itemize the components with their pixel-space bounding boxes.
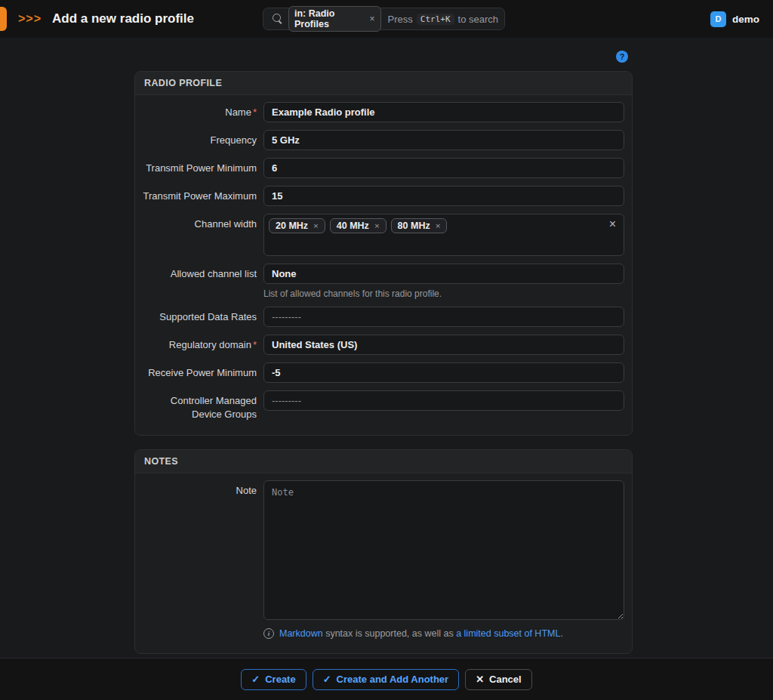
search-shortcut-hint: Press Ctrl+K to search [388,14,498,25]
clear-all-icon[interactable]: × [609,218,616,230]
search-filter-tag[interactable]: in: Radio Profiles × [288,6,381,32]
channel-width-multiselect[interactable]: 20 MHz × 40 MHz × 80 MHz × × [263,214,624,256]
form-row-data-rates: Supported Data Rates [143,307,624,327]
note-label: Note [143,480,263,639]
remove-filter-icon[interactable]: × [370,14,375,24]
x-icon: ✕ [476,674,484,685]
radio-profile-section-title: RADIO PROFILE [135,72,632,95]
tx-power-min-label: Transmit Power Minimum [143,158,263,178]
form-row-frequency: Frequency [143,130,624,150]
tx-power-min-field[interactable] [263,158,624,178]
radio-profile-form: Name* Frequency Transmit Power Minimum T… [135,95,632,435]
page-title: Add a new radio profile [52,11,194,26]
to-search-label: to search [458,14,498,25]
notes-card: NOTES Note i Markdown syntax is supporte… [134,449,633,654]
rx-power-min-field[interactable] [263,362,624,383]
token-label: 20 MHz [276,220,308,231]
channel-width-label: Channel width [143,214,263,256]
required-marker: * [253,339,257,350]
device-groups-select[interactable] [263,390,624,411]
data-rates-select[interactable] [263,307,624,327]
channel-width-token[interactable]: 20 MHz × [269,218,325,233]
breadcrumb-chevrons-icon: >>> [18,12,42,26]
required-marker: * [253,106,257,118]
html-subset-link[interactable]: a limited subset of HTML [456,628,560,639]
press-label: Press [388,14,413,25]
create-and-add-another-label: Create and Add Another [337,674,449,685]
cancel-button-label: Cancel [489,674,522,685]
username: demo [732,14,759,25]
help-row: ? [134,38,633,71]
channel-width-token[interactable]: 80 MHz × [391,218,448,233]
global-search-input[interactable]: in: Radio Profiles × Press Ctrl+K to sea… [263,8,505,30]
search-filter-label: in: Radio Profiles [294,8,365,29]
create-button-label: Create [265,674,295,685]
frequency-label: Frequency [143,130,263,150]
search-icon [273,14,283,24]
sidebar-toggle-tab[interactable] [0,7,7,31]
device-groups-label: Controller Managed Device Groups [143,390,263,421]
info-icon: i [263,628,274,639]
cancel-button[interactable]: ✕ Cancel [465,669,532,690]
note-textarea[interactable] [263,480,624,620]
token-label: 80 MHz [398,220,430,231]
regulatory-domain-label: Regulatory domain* [143,335,263,355]
allowed-channels-help: List of allowed channels for this radio … [263,288,624,299]
form-row-device-groups: Controller Managed Device Groups [143,390,624,421]
tx-power-max-field[interactable] [263,186,624,206]
top-header: >>> Add a new radio profile in: Radio Pr… [0,0,773,38]
form-row-tx-power-min: Transmit Power Minimum [143,158,624,178]
check-icon: ✓ [251,674,260,685]
user-menu[interactable]: D demo [710,0,759,38]
radio-profile-card: RADIO PROFILE Name* Frequency Transmit P… [134,71,633,436]
notes-section-title: NOTES [135,450,632,473]
user-avatar[interactable]: D [710,11,726,27]
ctrl-k-kbd: Ctrl+K [417,14,454,25]
form-row-allowed-channels: Allowed channel list List of allowed cha… [143,264,624,299]
remove-token-icon[interactable]: × [436,221,441,230]
allowed-channels-select[interactable] [263,264,624,284]
form-row-regulatory-domain: Regulatory domain* [143,335,624,355]
regulatory-domain-select[interactable] [263,335,624,355]
channel-width-token[interactable]: 40 MHz × [330,218,386,233]
markdown-hint: i Markdown syntax is supported, as well … [263,628,624,639]
token-label: 40 MHz [337,220,369,231]
remove-token-icon[interactable]: × [374,221,380,230]
form-row-rx-power-min: Receive Power Minimum [143,362,624,383]
create-and-add-another-button[interactable]: ✓ Create and Add Another [313,669,459,690]
form-actions-footer: ✓ Create ✓ Create and Add Another ✕ Canc… [0,658,773,700]
markdown-hint-text: Markdown syntax is supported, as well as… [279,628,563,639]
create-button[interactable]: ✓ Create [241,669,306,690]
help-icon[interactable]: ? [616,51,628,63]
name-field[interactable] [263,102,624,122]
notes-form: Note i Markdown syntax is supported, as … [135,473,632,653]
data-rates-label: Supported Data Rates [143,307,263,327]
form-row-channel-width: Channel width 20 MHz × 40 MHz × 80 MHz [143,214,624,256]
tx-power-max-label: Transmit Power Maximum [143,186,263,206]
check-icon: ✓ [323,674,331,685]
form-row-tx-power-max: Transmit Power Maximum [143,186,624,206]
name-label: Name* [143,102,263,122]
form-row-note: Note i Markdown syntax is supported, as … [143,480,624,639]
main-content: ? RADIO PROFILE Name* Frequency Transmit… [134,38,633,674]
frequency-select[interactable] [263,130,624,150]
allowed-channels-label: Allowed channel list [143,264,263,299]
rx-power-min-label: Receive Power Minimum [143,362,263,383]
remove-token-icon[interactable]: × [313,221,319,230]
markdown-link[interactable]: Markdown [279,628,323,639]
form-row-name: Name* [143,102,624,122]
